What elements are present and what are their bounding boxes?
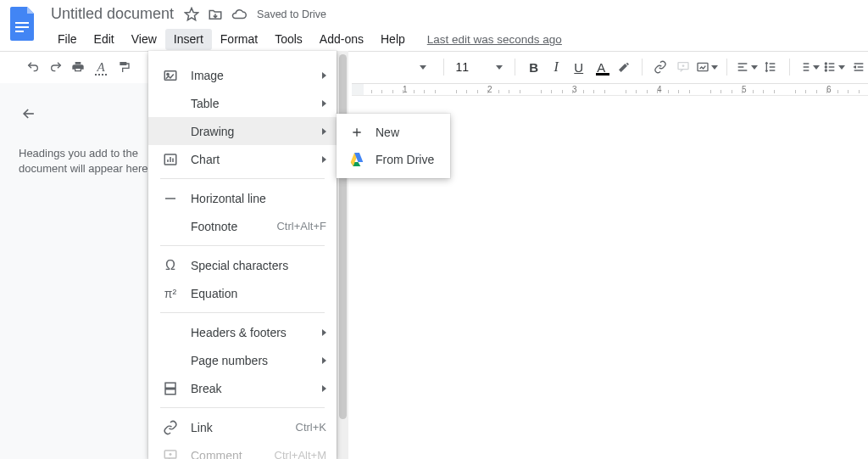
- undo-button[interactable]: [24, 56, 43, 78]
- svg-rect-1: [15, 26, 29, 28]
- insert-drawing[interactable]: Drawing: [148, 117, 337, 145]
- move-icon[interactable]: [208, 7, 223, 22]
- menu-item-label: Drawing: [191, 125, 317, 138]
- insert-menu: ImageTableDrawingChartHorizontal lineFoo…: [148, 51, 337, 459]
- insert-link-button[interactable]: [651, 56, 670, 78]
- svg-point-7: [826, 70, 827, 71]
- text-color-button[interactable]: A: [592, 56, 611, 78]
- bold-button[interactable]: B: [524, 56, 543, 78]
- insert-link[interactable]: LinkCtrl+K: [148, 413, 337, 441]
- break-icon: [162, 380, 179, 397]
- insert-table[interactable]: Table: [148, 89, 337, 117]
- drawing-new[interactable]: New: [337, 119, 450, 146]
- caret-down-icon: [496, 65, 503, 70]
- insert-horizontal-line[interactable]: Horizontal line: [148, 184, 337, 212]
- menu-view[interactable]: View: [123, 29, 165, 50]
- svg-point-6: [826, 66, 827, 68]
- cloud-saved-icon: [231, 7, 247, 22]
- highlight-button[interactable]: [615, 56, 634, 78]
- submenu-arrow-icon: [322, 128, 326, 135]
- menu-add-ons[interactable]: Add-ons: [311, 29, 372, 50]
- svg-point-5: [826, 63, 827, 64]
- insert-image[interactable]: Image: [148, 61, 337, 89]
- collapse-outline-button[interactable]: [19, 104, 39, 124]
- menu-format[interactable]: Format: [212, 29, 266, 50]
- drawing-submenu: NewFrom Drive: [337, 114, 450, 178]
- underline-button[interactable]: U: [569, 56, 588, 78]
- menu-item-label: Equation: [191, 287, 326, 300]
- svg-rect-2: [15, 31, 24, 32]
- insert-comment-button[interactable]: [674, 56, 693, 78]
- document-title[interactable]: Untitled document: [49, 5, 175, 23]
- redo-button[interactable]: [47, 56, 66, 78]
- align-button[interactable]: [736, 56, 758, 78]
- bulleted-list-button[interactable]: [823, 56, 845, 78]
- submenu-item-label: From Drive: [376, 153, 438, 166]
- docs-logo[interactable]: [8, 5, 37, 42]
- star-icon[interactable]: [184, 7, 199, 22]
- menu-tools[interactable]: Tools: [266, 29, 311, 50]
- outline-panel: Headings you add to the document will ap…: [0, 83, 170, 459]
- zoom-caret-icon[interactable]: [420, 65, 426, 70]
- menu-item-label: Headers & footers: [191, 326, 317, 339]
- menu-item-label: Page numbers: [191, 354, 317, 367]
- menu-item-label: Horizontal line: [191, 192, 326, 205]
- menu-item-label: Table: [191, 97, 317, 110]
- menu-item-label: Comment: [191, 449, 275, 460]
- menu-item-label: Link: [191, 421, 296, 434]
- drive-icon: [348, 151, 365, 168]
- comment-icon: [162, 447, 179, 460]
- submenu-arrow-icon: [322, 385, 326, 392]
- menu-help[interactable]: Help: [372, 29, 414, 50]
- last-edit-link[interactable]: Last edit was seconds ago: [427, 33, 562, 46]
- shortcut-label: Ctrl+Alt+M: [275, 449, 326, 459]
- font-size-select[interactable]: 11: [452, 60, 506, 74]
- plus-icon: [348, 124, 365, 141]
- submenu-arrow-icon: [322, 100, 326, 107]
- omega-icon: Ω: [162, 257, 179, 274]
- insert-image-button[interactable]: [696, 56, 718, 78]
- menu-item-label: Image: [191, 69, 317, 82]
- submenu-arrow-icon: [322, 357, 326, 364]
- saved-to-drive-label: Saved to Drive: [257, 8, 326, 20]
- shortcut-label: Ctrl+Alt+F: [276, 220, 326, 232]
- svg-point-9: [167, 73, 169, 75]
- insert-chart[interactable]: Chart: [148, 145, 337, 173]
- line-spacing-button[interactable]: [761, 56, 781, 78]
- app-header: Untitled document Saved to Drive FileEdi…: [0, 0, 868, 51]
- svg-rect-4: [698, 63, 708, 70]
- outline-hint: Headings you add to the document will ap…: [19, 146, 159, 176]
- spellcheck-button[interactable]: A: [92, 56, 111, 78]
- menu-item-label: Chart: [191, 153, 317, 166]
- svg-rect-12: [165, 389, 175, 394]
- image-icon: [162, 67, 179, 84]
- insert-break[interactable]: Break: [148, 374, 337, 402]
- menu-edit[interactable]: Edit: [86, 29, 123, 50]
- link-icon: [162, 419, 179, 436]
- drawing-from-drive[interactable]: From Drive: [337, 146, 450, 173]
- font-size-value: 11: [455, 60, 491, 74]
- submenu-item-label: New: [376, 126, 438, 139]
- insert-comment: CommentCtrl+Alt+M: [148, 441, 337, 459]
- menu-file[interactable]: File: [49, 29, 86, 50]
- ruler: 123456: [352, 83, 868, 96]
- outdent-button[interactable]: [849, 56, 868, 78]
- menu-item-label: Special characters: [191, 259, 326, 272]
- insert-equation[interactable]: π²Equation: [148, 279, 337, 307]
- italic-button[interactable]: I: [547, 56, 566, 78]
- shortcut-label: Ctrl+K: [296, 421, 326, 434]
- menu-insert[interactable]: Insert: [165, 29, 212, 50]
- submenu-arrow-icon: [322, 329, 326, 336]
- submenu-arrow-icon: [322, 156, 326, 163]
- insert-footnote[interactable]: FootnoteCtrl+Alt+F: [148, 212, 337, 240]
- print-button[interactable]: [69, 56, 88, 78]
- numbered-list-button[interactable]: [798, 56, 820, 78]
- insert-headers-footers[interactable]: Headers & footers: [148, 318, 337, 346]
- svg-rect-0: [15, 22, 29, 24]
- menu-scrollbar[interactable]: [337, 51, 348, 459]
- insert-page-numbers[interactable]: Page numbers: [148, 346, 337, 374]
- paint-format-button[interactable]: [114, 56, 133, 78]
- submenu-arrow-icon: [322, 72, 326, 79]
- insert-special-characters[interactable]: ΩSpecial characters: [148, 251, 337, 279]
- svg-rect-11: [165, 383, 175, 388]
